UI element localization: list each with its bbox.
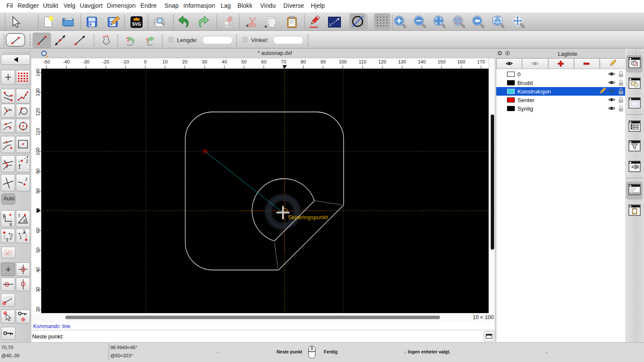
svg-text:1: 1 <box>6 237 9 242</box>
svg-text:a: a <box>23 218 26 223</box>
svg-text:2: 2 <box>23 229 25 234</box>
svg-text:SVG: SVG <box>132 22 141 27</box>
svg-text:2: 2 <box>26 159 28 164</box>
svg-text:1: 1 <box>19 235 22 240</box>
svg-text:x: x <box>9 221 12 227</box>
svg-text:y: y <box>3 212 5 218</box>
svg-text:2: 2 <box>10 233 13 238</box>
svg-text:C command: C command <box>631 193 639 194</box>
svg-text:r: r <box>18 212 20 218</box>
svg-text:Skjæringspunkt: Skjæringspunkt <box>288 214 328 220</box>
